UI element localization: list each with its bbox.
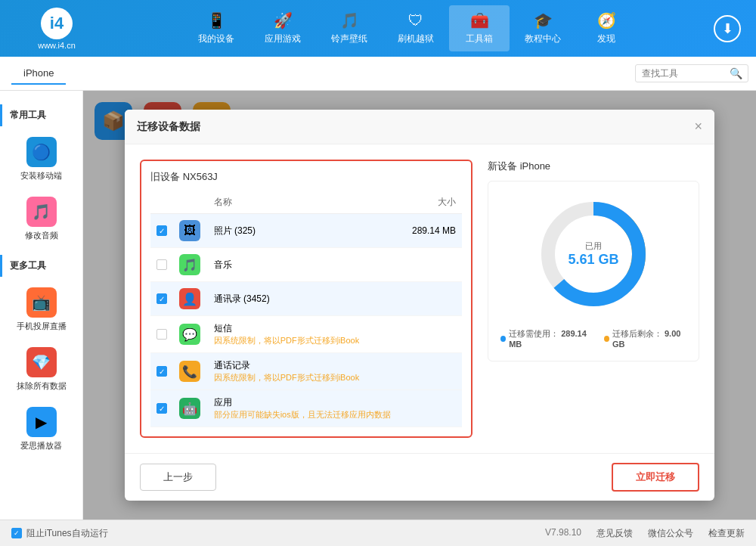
row-icon-contacts: 👤	[179, 288, 200, 309]
search-area: 🔍	[635, 64, 748, 82]
target-device-label: 新设备 iPhone	[488, 160, 699, 173]
nav-item-toolbox[interactable]: 🧰工具箱	[449, 5, 510, 51]
nav-icon-my-device: 📱	[207, 11, 226, 29]
col-size-header: 大小	[404, 191, 462, 214]
table-row: ✓📞通话记录因系统限制，将以PDF形式迁移到iBook	[150, 353, 462, 390]
row-icon-apps: 🤖	[179, 398, 200, 419]
device-tab[interactable]: iPhone	[11, 63, 66, 85]
sidebar-item-wipe-data[interactable]: 💎抹除所有数据	[8, 341, 76, 398]
nav-icon-jailbreak: 🛡	[408, 12, 423, 29]
status-right: V7.98.10 意见反馈 微信公众号 检查更新	[545, 527, 745, 540]
row-checkbox-call-log[interactable]: ✓	[156, 366, 167, 377]
prev-button[interactable]: 上一步	[140, 464, 216, 491]
nav-item-ringtones[interactable]: 🎵铃声壁纸	[316, 5, 383, 51]
sidebar-icon-wipe-data: 💎	[26, 347, 57, 377]
legend-item: 迁移后剩余： 9.00 GB	[604, 328, 686, 349]
row-icon-sms: 💬	[179, 324, 200, 345]
nav-icon-ringtones: 🎵	[340, 11, 359, 29]
chart-legend: 迁移需使用： 289.14 MB迁移后剩余： 9.00 GB	[500, 328, 686, 349]
row-icon-call-log: 📞	[179, 361, 200, 382]
sidebar-label-install-app: 安装移动端	[20, 170, 62, 181]
table-row: 🎵音乐	[150, 248, 462, 282]
row-size-apps	[404, 390, 462, 427]
sidebar-label-screen-mirror: 手机投屏直播	[17, 321, 67, 332]
download-button[interactable]: ⬇	[714, 15, 741, 42]
row-name-music: 音乐	[208, 248, 404, 282]
header: i4 www.i4.cn 📱我的设备🚀应用游戏🎵铃声壁纸🛡刷机越狱🧰工具箱🎓教程…	[0, 0, 756, 57]
donut-label: 已用 5.61 GB	[568, 240, 618, 268]
sidebar-icon-screen-mirror: 📺	[26, 287, 57, 318]
table-row: 💬短信因系统限制，将以PDF形式迁移到iBook	[150, 316, 462, 353]
source-device-panel: 旧设备 NX563J 名称 大小	[140, 160, 472, 438]
device-bar: iPhone 🔍	[0, 57, 756, 91]
row-checkbox-music[interactable]	[156, 259, 167, 270]
sidebar-icon-modify-audio: 🎵	[26, 197, 57, 227]
sidebar-icon-aisi-player: ▶	[26, 407, 57, 437]
modal-overlay: 迁移设备数据 × 旧设备 NX563J	[83, 91, 756, 520]
nav-icon-tutorials: 🎓	[534, 11, 553, 29]
modal-close-button[interactable]: ×	[694, 119, 702, 135]
nav-icon-apps-games: 🚀	[274, 11, 293, 29]
logo-url: www.i4.cn	[38, 41, 76, 50]
version-label: V7.98.10	[545, 527, 581, 540]
nav-item-apps-games[interactable]: 🚀应用游戏	[249, 5, 316, 51]
row-checkbox-photos[interactable]: ✓	[156, 225, 167, 236]
table-row: ✓👤通讯录 (3452)	[150, 282, 462, 316]
row-size-call-log	[404, 353, 462, 390]
status-bar: ✓ 阻止iTunes自动运行 V7.98.10 意见反馈 微信公众号 检查更新	[0, 520, 756, 546]
check-update-link[interactable]: 检查更新	[708, 527, 745, 540]
row-size-music	[404, 248, 462, 282]
row-name-apps: 应用部分应用可能缺失ios版，且无法迁移应用内数据	[208, 390, 404, 427]
source-device-label: 旧设备 NX563J	[150, 170, 462, 184]
sidebar-item-aisi-player[interactable]: ▶爱思播放器	[8, 401, 76, 458]
itunes-checkbox[interactable]: ✓	[11, 528, 22, 538]
nav-item-discover[interactable]: 🧭发现	[576, 5, 637, 51]
target-device-panel: 新设备 iPhone	[488, 160, 699, 438]
col-name-header: 名称	[208, 191, 404, 214]
itunes-label: 阻止iTunes自动运行	[26, 527, 108, 540]
sidebar-label-modify-audio: 修改音频	[25, 230, 58, 241]
row-icon-photos: 🖼	[179, 220, 200, 241]
row-name-sms: 短信因系统限制，将以PDF形式迁移到iBook	[208, 316, 404, 353]
sidebar-item-screen-mirror[interactable]: 📺手机投屏直播	[8, 281, 76, 338]
feedback-link[interactable]: 意见反馈	[596, 527, 633, 540]
sidebar-icon-install-app: 🔵	[26, 137, 57, 167]
itunes-status: ✓ 阻止iTunes自动运行	[11, 527, 108, 540]
modal-body: 旧设备 NX563J 名称 大小	[125, 144, 714, 453]
row-size-contacts	[404, 282, 462, 316]
sidebar-section-title: 更多工具	[0, 255, 82, 277]
donut-used-text: 已用	[568, 240, 618, 252]
row-checkbox-contacts[interactable]: ✓	[156, 293, 167, 304]
row-checkbox-sms[interactable]	[156, 329, 167, 340]
donut-container: 已用 5.61 GB 迁移需使用： 289.14 MB迁移后剩余： 9.00 G…	[488, 181, 699, 361]
donut-value: 5.61 GB	[568, 252, 618, 268]
legend-dot	[604, 336, 609, 342]
logo-icon: i4	[41, 8, 73, 39]
search-icon: 🔍	[730, 67, 742, 79]
row-icon-music: 🎵	[179, 254, 200, 275]
header-right: ⬇	[714, 15, 748, 42]
legend-item: 迁移需使用： 289.14 MB	[500, 328, 592, 349]
row-size-sms	[404, 316, 462, 353]
nav-icon-discover: 🧭	[597, 11, 616, 29]
row-name-photos: 照片 (325)	[208, 214, 404, 248]
sidebar-item-install-app[interactable]: 🔵安装移动端	[8, 131, 76, 188]
migrate-button[interactable]: 立即迁移	[612, 463, 699, 492]
donut-chart: 已用 5.61 GB	[533, 194, 654, 315]
sidebar-item-modify-audio[interactable]: 🎵修改音频	[8, 191, 76, 247]
logo-area: i4 www.i4.cn	[8, 8, 106, 50]
main-layout: 常用工具🔵安装移动端🎵修改音频更多工具📺手机投屏直播💎抹除所有数据▶爱思播放器 …	[0, 91, 756, 520]
wechat-link[interactable]: 微信公众号	[648, 527, 693, 540]
sidebar: 常用工具🔵安装移动端🎵修改音频更多工具📺手机投屏直播💎抹除所有数据▶爱思播放器	[0, 91, 83, 520]
legend-dot	[500, 336, 506, 342]
nav-item-tutorials[interactable]: 🎓教程中心	[510, 5, 576, 51]
nav-items: 📱我的设备🚀应用游戏🎵铃声壁纸🛡刷机越狱🧰工具箱🎓教程中心🧭发现	[106, 5, 714, 51]
nav-item-jailbreak[interactable]: 🛡刷机越狱	[383, 5, 449, 51]
sidebar-section-title: 常用工具	[0, 104, 82, 126]
row-checkbox-apps[interactable]: ✓	[156, 403, 167, 414]
modal-title: 迁移设备数据	[137, 120, 200, 134]
nav-item-my-device[interactable]: 📱我的设备	[183, 5, 249, 51]
data-table: 名称 大小 ✓🖼照片 (325)289.14 MB🎵音乐✓👤通讯录 (3452)…	[150, 191, 462, 427]
content-area: 📦 🖼 🎬 迁移设备数据 ×	[83, 91, 756, 520]
modal-dialog: 迁移设备数据 × 旧设备 NX563J	[125, 110, 714, 501]
